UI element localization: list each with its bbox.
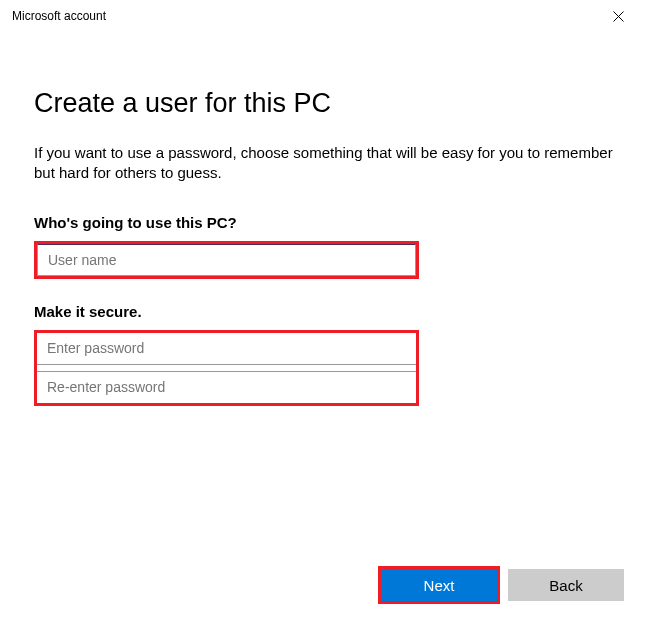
username-highlight bbox=[34, 241, 419, 279]
reenter-password-input[interactable] bbox=[37, 371, 416, 403]
next-button[interactable]: Next bbox=[381, 569, 497, 601]
page-description: If you want to use a password, choose so… bbox=[34, 143, 614, 184]
username-section-label: Who's going to use this PC? bbox=[34, 214, 614, 231]
password-input[interactable] bbox=[37, 333, 416, 365]
close-button[interactable] bbox=[600, 2, 636, 30]
password-section-label: Make it secure. bbox=[34, 303, 614, 320]
titlebar: Microsoft account bbox=[0, 0, 648, 32]
page-heading: Create a user for this PC bbox=[34, 88, 614, 119]
username-input[interactable] bbox=[37, 244, 416, 276]
close-icon bbox=[613, 11, 624, 22]
main-content: Create a user for this PC If you want to… bbox=[0, 32, 648, 406]
back-button[interactable]: Back bbox=[508, 569, 624, 601]
next-button-highlight: Next bbox=[378, 566, 500, 604]
footer-buttons: Next Back bbox=[378, 566, 624, 604]
password-highlight bbox=[34, 330, 419, 406]
window-title: Microsoft account bbox=[12, 9, 106, 23]
